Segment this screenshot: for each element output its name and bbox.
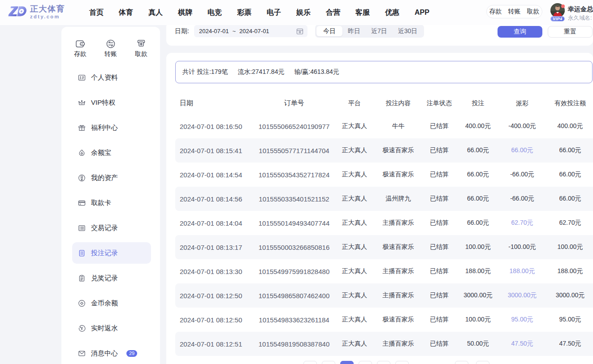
sidebar-item-label: 我的资产 xyxy=(91,174,118,182)
cell-platform: 正大真人 xyxy=(332,316,377,324)
cell-status: 已结算 xyxy=(420,340,459,348)
table-row-1[interactable]: 2024-07-01 08:15:411015550577171144704正大… xyxy=(175,138,593,163)
col-header-0: 日期 xyxy=(175,99,256,107)
quick-action-取款[interactable]: 取款 xyxy=(135,39,147,58)
table-row-5[interactable]: 2024-07-01 08:13:171015550003266850816正大… xyxy=(175,235,593,259)
search-button[interactable]: 查询 xyxy=(498,26,542,38)
cell-status: 已结算 xyxy=(420,195,459,203)
col-header-6: 派彩 xyxy=(497,99,547,107)
crown-icon xyxy=(78,98,86,107)
cell-bet: 66.00元 xyxy=(459,171,497,179)
cell-order: 1015549819508387840 xyxy=(256,340,332,348)
nav-item-8[interactable]: 合营 xyxy=(326,8,355,17)
table-row-2[interactable]: 2024-07-01 08:14:541015550354352717824正大… xyxy=(175,163,593,187)
range-1[interactable]: 昨日 xyxy=(342,26,366,36)
nav-item-11[interactable]: APP xyxy=(415,9,444,17)
nav-item-10[interactable]: 优惠 xyxy=(385,8,415,17)
sidebar-item-8[interactable]: 兑奖记录 xyxy=(72,267,151,289)
nav-item-9[interactable]: 客服 xyxy=(355,8,385,17)
page-button-0[interactable] xyxy=(303,361,317,364)
table-row-8[interactable]: 2024-07-01 08:12:501015549833623261184正大… xyxy=(175,308,593,332)
table-header-row: 日期订单号平台投注内容注单状态投注派彩有效投注额 xyxy=(175,92,593,114)
mail-icon xyxy=(78,349,86,358)
page-button-6[interactable] xyxy=(455,361,468,364)
nav-item-0[interactable]: 首页 xyxy=(89,8,119,17)
nav-item-5[interactable]: 彩票 xyxy=(237,8,267,17)
cell-status: 已结算 xyxy=(420,146,459,154)
range-2[interactable]: 近7日 xyxy=(366,26,393,36)
date-to[interactable]: 2024-07-01 xyxy=(239,28,269,34)
sidebar-item-1[interactable]: VIP特权 xyxy=(72,92,151,113)
sidebar-item-6[interactable]: 交易记录 xyxy=(72,217,151,239)
sidebar-item-3[interactable]: 余额宝 xyxy=(72,142,151,163)
page-button-5[interactable] xyxy=(395,361,409,364)
cell-payout: -66.00元 xyxy=(497,195,547,203)
user-block[interactable]: VIP4 幸运金总 永久域名: zd xyxy=(550,3,593,22)
table-row-0[interactable]: 2024-07-01 08:16:501015550665240190977正大… xyxy=(175,114,593,138)
page-button-2[interactable] xyxy=(340,361,354,364)
sidebar-item-label: 投注记录 xyxy=(91,249,118,257)
table-row-4[interactable]: 2024-07-01 08:14:041015550149493407744正大… xyxy=(175,211,593,235)
page-button-1[interactable] xyxy=(322,361,335,364)
quick-action-存款[interactable]: 存款 xyxy=(74,39,87,58)
table-row-9[interactable]: 2024-07-01 08:12:511015549819508387840正大… xyxy=(175,332,593,356)
rebate-icon xyxy=(78,324,86,333)
cell-date: 2024-07-01 08:12:50 xyxy=(175,292,256,300)
wallet-action-1[interactable]: 转账 xyxy=(508,8,521,16)
quick-action-转账[interactable]: 转账 xyxy=(104,39,117,58)
nav-item-3[interactable]: 棋牌 xyxy=(178,8,208,17)
cell-bet: 400.00元 xyxy=(459,122,497,130)
page-button-4[interactable] xyxy=(377,361,390,364)
cell-platform: 正大真人 xyxy=(332,291,377,300)
wallet-action-2[interactable]: 取款 xyxy=(527,8,540,16)
sidebar-item-4[interactable]: 我的资产 xyxy=(72,167,151,188)
nav-item-7[interactable]: 娱乐 xyxy=(296,8,326,17)
sidebar-item-label: 余额宝 xyxy=(91,149,111,157)
nav-item-6[interactable]: 电子 xyxy=(267,8,296,17)
table-row-7[interactable]: 2024-07-01 08:12:501015549865807462400正大… xyxy=(175,283,593,308)
nav-item-4[interactable]: 电竞 xyxy=(208,8,237,17)
range-3[interactable]: 近30日 xyxy=(393,26,423,36)
cell-order: 1015549833623261184 xyxy=(256,316,332,324)
cell-order: 1015550149493407744 xyxy=(256,219,332,227)
bank-card-icon xyxy=(78,199,86,207)
cell-payout: 66.00元 xyxy=(497,146,547,154)
sidebar-item-0[interactable]: 个人资料 xyxy=(72,67,151,88)
sidebar-item-label: 实时返水 xyxy=(91,324,118,333)
cell-valid: 66.00元 xyxy=(547,195,593,203)
sidebar-item-7[interactable]: 投注记录 xyxy=(72,242,151,264)
wallet-action-0[interactable]: 存款 xyxy=(489,8,502,16)
col-header-7: 有效投注额 xyxy=(547,99,593,107)
date-from[interactable]: 2024-07-01 xyxy=(199,28,229,34)
sidebar-item-9[interactable]: 金币余额 xyxy=(72,292,151,314)
sidebar-item-5[interactable]: 取款卡 xyxy=(72,192,151,214)
cell-bet: 188.00元 xyxy=(459,267,497,275)
sidebar-item-10[interactable]: 实时返水 xyxy=(72,317,151,339)
page-button-7[interactable] xyxy=(476,361,489,364)
sidebar-item-11[interactable]: 消息中心29 xyxy=(72,343,151,364)
cell-content: 极速百家乐 xyxy=(377,243,420,251)
calendar-icon[interactable] xyxy=(296,28,303,35)
nav-item-2[interactable]: 真人 xyxy=(148,8,178,17)
sidebar-item-label: 金币余额 xyxy=(91,299,118,308)
cell-payout: 95.00元 xyxy=(497,316,547,324)
reset-button[interactable]: 重置 xyxy=(548,26,593,38)
date-range-input[interactable]: 2024-07-01 ~ 2024-07-01 xyxy=(194,25,307,37)
sidebar-item-label: 福利中心 xyxy=(91,124,118,132)
table-row-6[interactable]: 2024-07-01 08:13:301015549975991828480正大… xyxy=(175,259,593,283)
date-separator: ~ xyxy=(233,28,236,34)
nav-item-1[interactable]: 体育 xyxy=(119,8,148,17)
col-header-5: 投注 xyxy=(459,99,497,107)
sidebar-item-label: 消息中心 xyxy=(91,349,118,358)
sidebar-item-label: 取款卡 xyxy=(91,199,111,207)
cell-content: 极速百家乐 xyxy=(377,171,420,179)
cell-content: 极速百家乐 xyxy=(377,316,420,324)
table-row-3[interactable]: 2024-07-01 08:14:561015550335401521152正大… xyxy=(175,187,593,211)
cell-platform: 正大真人 xyxy=(332,219,377,227)
logo[interactable]: 正大体育 zdty.com xyxy=(8,4,65,21)
sidebar-item-label: 交易记录 xyxy=(91,224,118,232)
sidebar-item-2[interactable]: 福利中心 xyxy=(72,117,151,138)
page-button-3[interactable] xyxy=(359,361,372,364)
cell-valid: 95.00元 xyxy=(547,316,593,324)
range-0[interactable]: 今日 xyxy=(316,26,342,36)
